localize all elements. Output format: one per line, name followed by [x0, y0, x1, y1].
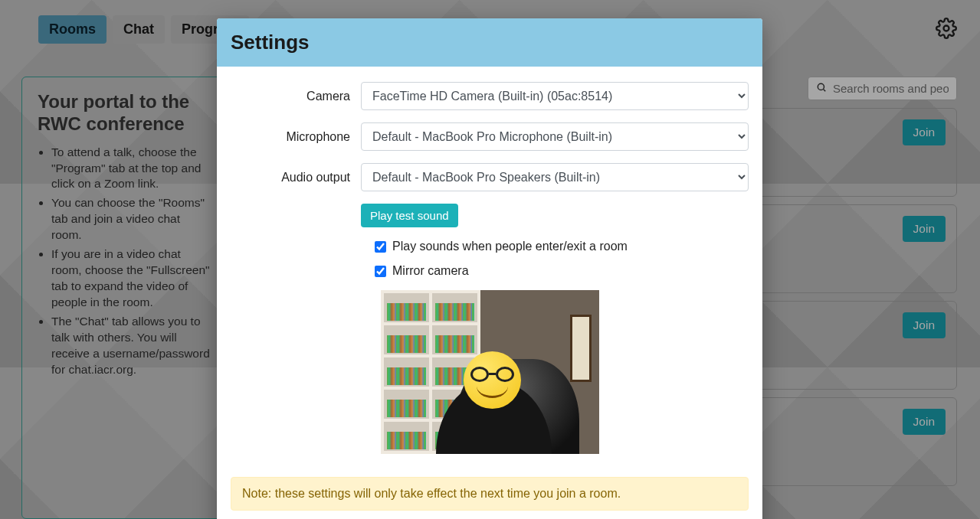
- play-sounds-label: Play sounds when people enter/exit a roo…: [392, 240, 628, 253]
- play-test-sound-button[interactable]: Play test sound: [361, 204, 458, 227]
- emoji-face-icon: [464, 351, 521, 409]
- camera-select[interactable]: FaceTime HD Camera (Built-in) (05ac:8514…: [361, 82, 749, 110]
- camera-preview: [381, 290, 599, 454]
- microphone-select[interactable]: Default - MacBook Pro Microphone (Built-…: [361, 122, 749, 151]
- modal-title: Settings: [217, 18, 762, 67]
- mirror-camera-label: Mirror camera: [392, 264, 469, 278]
- camera-label: Camera: [231, 90, 361, 103]
- microphone-label: Microphone: [231, 130, 361, 144]
- mirror-camera-checkbox[interactable]: [375, 266, 386, 277]
- audio-output-select[interactable]: Default - MacBook Pro Speakers (Built-in…: [361, 163, 749, 191]
- settings-modal: Settings Camera FaceTime HD Camera (Buil…: [217, 18, 762, 519]
- play-sounds-checkbox[interactable]: [375, 241, 386, 253]
- settings-note: Note: these settings will only take effe…: [231, 477, 749, 511]
- audio-output-label: Audio output: [231, 171, 361, 184]
